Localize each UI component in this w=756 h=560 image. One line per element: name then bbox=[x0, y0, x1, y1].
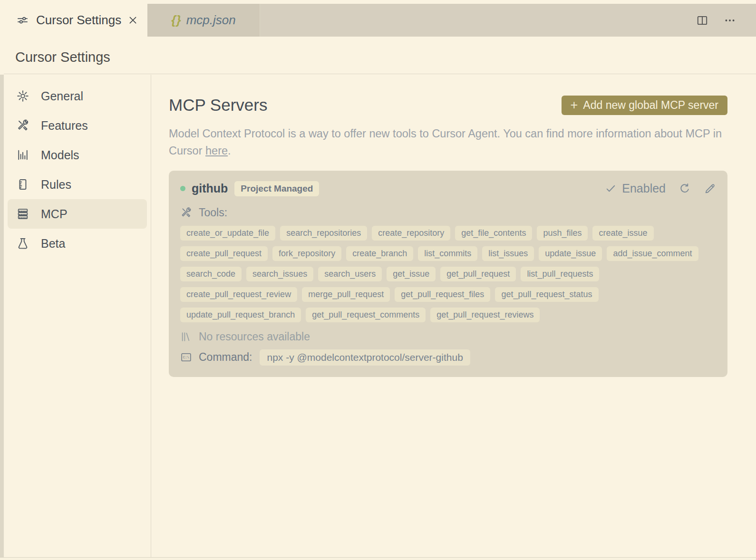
library-icon bbox=[180, 331, 192, 343]
refresh-icon[interactable] bbox=[678, 183, 691, 195]
rules-document-icon bbox=[16, 178, 29, 191]
sidebar-item-label: Beta bbox=[41, 237, 65, 251]
close-icon[interactable] bbox=[126, 13, 140, 28]
mcp-server-card: github Project Managed Enabled bbox=[169, 171, 727, 377]
tool-tag: create_pull_request bbox=[180, 246, 268, 261]
tool-tag: search_repositories bbox=[280, 226, 367, 241]
tab-label: mcp.json bbox=[186, 13, 236, 28]
tab-mcp-json[interactable]: {} mcp.json bbox=[147, 4, 260, 37]
mcp-settings-panel: MCP Servers + Add new global MCP server … bbox=[151, 75, 756, 557]
tool-tag: get_pull_request_status bbox=[495, 287, 598, 302]
sidebar-item-label: Models bbox=[41, 148, 79, 162]
enabled-toggle[interactable]: Enabled bbox=[605, 182, 666, 195]
server-name: github bbox=[192, 182, 228, 195]
sidebar-item-features[interactable]: Features bbox=[8, 111, 147, 140]
tool-tag: get_pull_request bbox=[440, 267, 516, 281]
tool-tag: push_files bbox=[537, 226, 588, 241]
tools-icon bbox=[16, 119, 29, 132]
mcp-description: Model Context Protocol is a way to offer… bbox=[169, 125, 725, 159]
tools-label: Tools: bbox=[199, 206, 227, 219]
tool-tag: fork_repository bbox=[272, 246, 341, 261]
sidebar-item-label: Features bbox=[41, 119, 88, 133]
tool-tag: get_file_contents bbox=[455, 226, 532, 241]
page-title: Cursor Settings bbox=[15, 49, 110, 65]
tool-tag: get_issue bbox=[387, 267, 436, 281]
bar-chart-icon bbox=[16, 148, 29, 162]
editor-tab-bar: Cursor Settings {} mcp.json bbox=[0, 0, 756, 40]
tool-tag: list_issues bbox=[482, 246, 534, 261]
tool-tag: get_pull_request_reviews bbox=[430, 308, 540, 322]
project-managed-badge: Project Managed bbox=[234, 181, 319, 196]
sidebar-item-mcp[interactable]: MCP bbox=[8, 199, 147, 229]
tab-cursor-settings[interactable]: Cursor Settings bbox=[4, 4, 147, 37]
terminal-icon: C:\ bbox=[180, 351, 192, 363]
check-icon bbox=[605, 183, 617, 194]
enabled-label: Enabled bbox=[622, 182, 666, 195]
add-global-mcp-server-button[interactable]: + Add new global MCP server bbox=[562, 96, 727, 115]
tool-tag-list: create_or_update_filesearch_repositories… bbox=[180, 226, 709, 322]
server-status-dot bbox=[180, 186, 185, 191]
resources-text: No resources available bbox=[199, 330, 310, 343]
tool-tag: update_issue bbox=[539, 246, 602, 261]
tool-tag: create_or_update_file bbox=[180, 226, 275, 241]
tool-tag: create_branch bbox=[346, 246, 413, 261]
json-braces-icon: {} bbox=[171, 13, 181, 27]
sidebar-item-label: MCP bbox=[41, 207, 68, 221]
tool-tag: create_pull_request_review bbox=[180, 287, 297, 302]
sidebar-item-label: General bbox=[41, 89, 83, 103]
beta-flask-icon bbox=[16, 237, 29, 250]
tool-tag: get_pull_request_comments bbox=[306, 308, 426, 322]
tool-tag: search_users bbox=[318, 267, 382, 281]
sidebar-item-general[interactable]: General bbox=[8, 81, 147, 111]
sidebar-item-models[interactable]: Models bbox=[8, 140, 147, 170]
tool-tag: list_commits bbox=[418, 246, 477, 261]
command-value: npx -y @modelcontextprotocol/server-gith… bbox=[260, 349, 470, 366]
tool-tag: update_pull_request_branch bbox=[180, 308, 301, 322]
tool-tag: create_issue bbox=[592, 226, 653, 241]
settings-page-header: Cursor Settings bbox=[4, 40, 756, 74]
cursor-settings-window: Cursor Settings {} mcp.json bbox=[0, 0, 756, 560]
command-label: Command: bbox=[199, 351, 252, 364]
sidebar-item-beta[interactable]: Beta bbox=[8, 229, 147, 258]
sidebar-item-rules[interactable]: Rules bbox=[8, 170, 147, 199]
tab-label: Cursor Settings bbox=[36, 13, 121, 28]
server-stack-icon bbox=[16, 207, 29, 221]
tool-tag: search_code bbox=[180, 267, 242, 281]
tool-tag: add_issue_comment bbox=[607, 246, 698, 261]
tool-tag: create_repository bbox=[372, 226, 450, 241]
more-actions-icon[interactable] bbox=[724, 14, 736, 27]
plus-icon: + bbox=[571, 99, 578, 112]
sidebar-item-label: Rules bbox=[41, 178, 71, 192]
here-link[interactable]: here bbox=[205, 145, 228, 157]
split-editor-icon[interactable] bbox=[696, 14, 708, 27]
tool-tag: list_pull_requests bbox=[521, 267, 599, 281]
settings-sidebar: General Features Models bbox=[4, 75, 151, 557]
edit-pencil-icon[interactable] bbox=[704, 183, 716, 195]
window-edge-gutter bbox=[0, 75, 4, 557]
gear-icon bbox=[16, 89, 29, 103]
sliders-icon bbox=[16, 14, 29, 27]
svg-text:C:\: C:\ bbox=[183, 356, 189, 359]
tool-tag: merge_pull_request bbox=[302, 287, 390, 302]
bottom-strip bbox=[0, 557, 756, 560]
tools-icon bbox=[180, 207, 192, 219]
tool-tag: get_pull_request_files bbox=[395, 287, 490, 302]
tool-tag: search_issues bbox=[246, 267, 313, 281]
